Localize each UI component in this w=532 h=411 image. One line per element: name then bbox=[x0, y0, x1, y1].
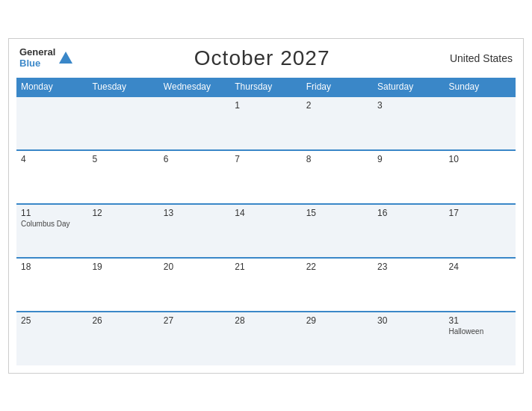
calendar-cell-w1-d7 bbox=[445, 96, 516, 150]
header-sunday: Sunday bbox=[445, 78, 516, 96]
day-number: 22 bbox=[306, 262, 368, 272]
day-number: 26 bbox=[92, 315, 154, 326]
calendar-cell-w2-d7: 10 bbox=[445, 150, 516, 204]
calendar-body: 1234567891011Columbus Day121314151617181… bbox=[16, 96, 516, 365]
day-number: 23 bbox=[377, 262, 439, 272]
calendar-week-2: 45678910 bbox=[16, 150, 516, 204]
day-number: 10 bbox=[449, 154, 511, 164]
holiday-label: Columbus Day bbox=[21, 220, 83, 228]
day-number: 4 bbox=[21, 154, 83, 164]
day-number: 17 bbox=[449, 208, 511, 218]
day-number: 13 bbox=[164, 208, 226, 218]
svg-marker-0 bbox=[59, 52, 72, 64]
logo: General Blue bbox=[19, 47, 74, 69]
calendar-cell-w4-d7: 24 bbox=[445, 258, 516, 312]
day-number: 29 bbox=[306, 315, 368, 326]
country-label: United States bbox=[450, 52, 513, 64]
weekday-header-row: Monday Tuesday Wednesday Thursday Friday… bbox=[16, 78, 516, 96]
header-friday: Friday bbox=[302, 78, 373, 96]
day-number: 2 bbox=[306, 100, 368, 111]
logo-icon bbox=[58, 50, 74, 67]
calendar-cell-w5-d5: 29 bbox=[302, 312, 373, 365]
calendar-cell-w3-d3: 13 bbox=[159, 204, 230, 258]
calendar-cell-w4-d1: 18 bbox=[16, 258, 87, 312]
calendar-header: General Blue October 2027 United States bbox=[16, 46, 516, 70]
calendar-cell-w4-d3: 20 bbox=[159, 258, 230, 312]
calendar-cell-w4-d5: 22 bbox=[302, 258, 373, 312]
calendar-cell-w2-d6: 9 bbox=[373, 150, 444, 204]
calendar-cell-w3-d6: 16 bbox=[373, 204, 444, 258]
day-number: 9 bbox=[377, 154, 439, 164]
day-number: 7 bbox=[235, 154, 297, 164]
day-number: 25 bbox=[21, 315, 83, 326]
logo-general-text: General bbox=[19, 47, 55, 58]
calendar-cell-w1-d4: 1 bbox=[230, 96, 301, 150]
header-monday: Monday bbox=[16, 78, 87, 96]
calendar-cell-w5-d4: 28 bbox=[230, 312, 301, 365]
logo-blue-text: Blue bbox=[19, 58, 55, 69]
day-number: 12 bbox=[92, 208, 154, 218]
header-saturday: Saturday bbox=[373, 78, 444, 96]
day-number: 31 bbox=[449, 315, 511, 326]
calendar-cell-w5-d2: 26 bbox=[87, 312, 158, 365]
calendar-week-4: 18192021222324 bbox=[16, 258, 516, 312]
day-number: 24 bbox=[449, 262, 511, 272]
calendar-cell-w2-d4: 7 bbox=[230, 150, 301, 204]
calendar-cell-w2-d3: 6 bbox=[159, 150, 230, 204]
day-number: 21 bbox=[235, 262, 297, 272]
day-number: 8 bbox=[306, 154, 368, 164]
day-number: 20 bbox=[164, 262, 226, 272]
calendar-cell-w3-d2: 12 bbox=[87, 204, 158, 258]
calendar-cell-w1-d1 bbox=[16, 96, 87, 150]
calendar-cell-w3-d1: 11Columbus Day bbox=[16, 204, 87, 258]
calendar-cell-w5-d3: 27 bbox=[159, 312, 230, 365]
calendar-cell-w1-d5: 2 bbox=[302, 96, 373, 150]
calendar-cell-w1-d3 bbox=[159, 96, 230, 150]
calendar-cell-w2-d2: 5 bbox=[87, 150, 158, 204]
day-number: 1 bbox=[235, 100, 297, 111]
day-number: 3 bbox=[377, 100, 439, 111]
calendar-cell-w1-d6: 3 bbox=[373, 96, 444, 150]
day-number: 14 bbox=[235, 208, 297, 218]
day-number: 11 bbox=[21, 208, 83, 218]
calendar-cell-w2-d1: 4 bbox=[16, 150, 87, 204]
calendar-cell-w4-d2: 19 bbox=[87, 258, 158, 312]
calendar-cell-w2-d5: 8 bbox=[302, 150, 373, 204]
day-number: 18 bbox=[21, 262, 83, 272]
calendar-cell-w3-d7: 17 bbox=[445, 204, 516, 258]
calendar-cell-w3-d5: 15 bbox=[302, 204, 373, 258]
calendar-container: General Blue October 2027 United States … bbox=[8, 38, 524, 374]
header-thursday: Thursday bbox=[230, 78, 301, 96]
day-number: 15 bbox=[306, 208, 368, 218]
calendar-cell-w5-d7: 31Halloween bbox=[445, 312, 516, 365]
calendar-table: Monday Tuesday Wednesday Thursday Friday… bbox=[16, 78, 516, 365]
day-number: 16 bbox=[377, 208, 439, 218]
calendar-cell-w4-d4: 21 bbox=[230, 258, 301, 312]
header-tuesday: Tuesday bbox=[87, 78, 158, 96]
holiday-label: Halloween bbox=[449, 327, 511, 336]
day-number: 30 bbox=[377, 315, 439, 326]
calendar-cell-w3-d4: 14 bbox=[230, 204, 301, 258]
day-number: 6 bbox=[164, 154, 226, 164]
calendar-week-1: 123 bbox=[16, 96, 516, 150]
day-number: 28 bbox=[235, 315, 297, 326]
day-number: 19 bbox=[92, 262, 154, 272]
calendar-week-3: 11Columbus Day121314151617 bbox=[16, 204, 516, 258]
calendar-cell-w5-d6: 30 bbox=[373, 312, 444, 365]
calendar-week-5: 25262728293031Halloween bbox=[16, 312, 516, 365]
day-number: 5 bbox=[92, 154, 154, 164]
header-wednesday: Wednesday bbox=[159, 78, 230, 96]
calendar-cell-w5-d1: 25 bbox=[16, 312, 87, 365]
calendar-cell-w4-d6: 23 bbox=[373, 258, 444, 312]
day-number: 27 bbox=[164, 315, 226, 326]
calendar-cell-w1-d2 bbox=[87, 96, 158, 150]
month-title: October 2027 bbox=[194, 46, 330, 70]
